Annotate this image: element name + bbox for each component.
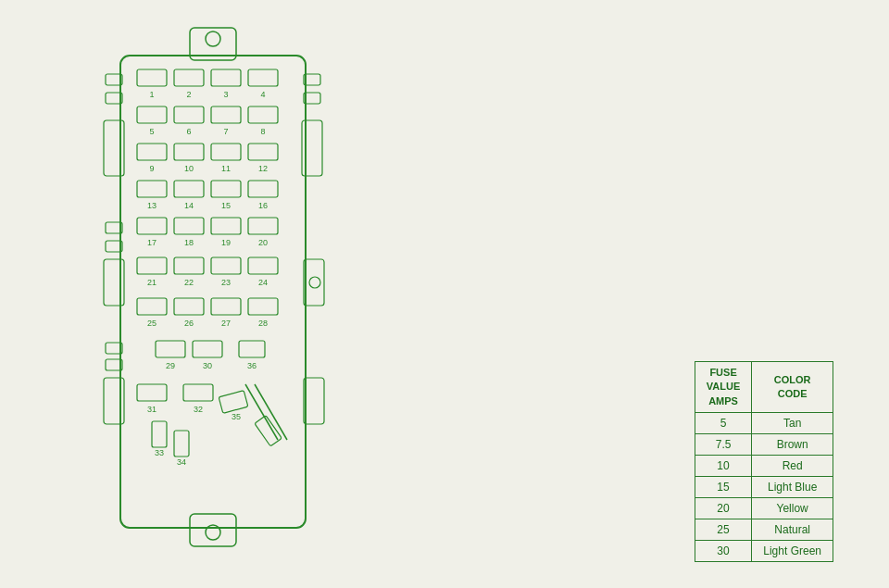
svg-rect-23 <box>248 69 278 86</box>
svg-text:18: 18 <box>184 238 194 247</box>
svg-text:27: 27 <box>221 319 231 328</box>
svg-point-18 <box>309 277 320 288</box>
fuse-diagram: 1 2 3 4 5 6 7 8 9 10 11 <box>74 9 370 574</box>
svg-text:33: 33 <box>155 448 164 457</box>
legend-row: 15Light Blue <box>695 477 833 498</box>
svg-rect-70 <box>211 298 241 315</box>
svg-text:17: 17 <box>147 238 157 247</box>
legend-row: 5Tan <box>695 413 833 434</box>
svg-rect-39 <box>248 144 278 160</box>
svg-rect-71 <box>248 298 278 315</box>
svg-rect-54 <box>211 218 241 234</box>
svg-rect-68 <box>137 298 167 315</box>
legend-row: 7.5Brown <box>695 434 833 456</box>
color-code-header: COLORCODE <box>752 362 833 413</box>
svg-text:28: 28 <box>258 319 268 328</box>
svg-text:34: 34 <box>177 457 186 467</box>
legend-table: FUSEVALUEAMPS COLORCODE 5Tan7.5Brown10Re… <box>695 361 833 562</box>
svg-rect-77 <box>193 341 222 357</box>
fuse-amps-value: 15 <box>695 477 751 498</box>
svg-rect-82 <box>137 384 167 401</box>
fuse-amps-value: 10 <box>695 456 751 477</box>
svg-rect-52 <box>137 218 167 234</box>
svg-rect-63 <box>248 257 278 274</box>
svg-rect-30 <box>211 106 241 123</box>
fuse-amps-value: 5 <box>695 413 751 434</box>
fuse-value-header: FUSEVALUEAMPS <box>695 362 751 413</box>
svg-rect-17 <box>304 259 324 306</box>
svg-rect-76 <box>156 341 185 357</box>
svg-text:11: 11 <box>221 164 231 173</box>
svg-line-92 <box>245 384 278 440</box>
svg-rect-89 <box>174 431 189 457</box>
svg-text:35: 35 <box>232 412 241 421</box>
svg-rect-46 <box>211 181 241 197</box>
svg-text:32: 32 <box>194 405 203 414</box>
svg-text:26: 26 <box>184 319 194 328</box>
svg-text:10: 10 <box>184 164 194 173</box>
fuse-color-value: Natural <box>752 519 833 541</box>
legend-row: 20Yellow <box>695 498 833 519</box>
main-container: 1 2 3 4 5 6 7 8 9 10 11 <box>0 0 889 588</box>
svg-text:14: 14 <box>184 201 194 210</box>
fuse-amps-value: 20 <box>695 498 751 519</box>
svg-rect-80 <box>239 341 265 357</box>
svg-text:21: 21 <box>147 278 157 287</box>
svg-text:19: 19 <box>221 238 231 247</box>
svg-rect-21 <box>174 69 204 86</box>
fuse-amps-value: 30 <box>695 541 751 562</box>
svg-text:7: 7 <box>223 127 228 136</box>
svg-text:15: 15 <box>221 201 231 210</box>
svg-text:31: 31 <box>147 405 157 414</box>
fuse-color-value: Light Green <box>752 541 833 562</box>
svg-rect-62 <box>211 257 241 274</box>
fuse-color-value: Tan <box>752 413 833 434</box>
svg-rect-28 <box>137 106 167 123</box>
svg-rect-37 <box>174 144 204 160</box>
svg-text:22: 22 <box>184 278 194 287</box>
svg-text:16: 16 <box>258 201 268 210</box>
svg-rect-0 <box>120 56 306 528</box>
svg-text:6: 6 <box>186 127 191 136</box>
svg-rect-53 <box>174 218 204 234</box>
svg-rect-19 <box>304 378 324 424</box>
svg-text:1: 1 <box>149 90 154 99</box>
svg-rect-3 <box>190 514 236 546</box>
svg-rect-45 <box>174 181 204 197</box>
fuse-color-value: Yellow <box>752 498 833 519</box>
fuse-color-value: Brown <box>752 434 833 456</box>
svg-text:13: 13 <box>147 201 157 210</box>
svg-rect-29 <box>174 106 204 123</box>
svg-rect-83 <box>183 384 213 401</box>
svg-rect-60 <box>137 257 167 274</box>
svg-rect-88 <box>152 421 167 447</box>
svg-rect-86 <box>219 391 248 414</box>
svg-text:2: 2 <box>186 90 191 99</box>
svg-text:5: 5 <box>149 127 154 136</box>
svg-rect-36 <box>137 144 167 160</box>
svg-text:8: 8 <box>260 127 265 136</box>
svg-text:25: 25 <box>147 319 157 328</box>
fuse-amps-value: 7.5 <box>695 434 751 456</box>
svg-text:9: 9 <box>149 164 154 173</box>
svg-text:23: 23 <box>221 278 231 287</box>
svg-text:12: 12 <box>258 164 268 173</box>
svg-point-2 <box>206 31 220 46</box>
svg-text:29: 29 <box>166 361 175 370</box>
svg-rect-44 <box>137 181 167 197</box>
svg-rect-22 <box>211 69 241 86</box>
svg-rect-61 <box>174 257 204 274</box>
legend-row: 30Light Green <box>695 541 833 562</box>
svg-text:4: 4 <box>260 90 265 99</box>
svg-rect-31 <box>248 106 278 123</box>
svg-text:24: 24 <box>258 278 268 287</box>
svg-rect-69 <box>174 298 204 315</box>
svg-text:20: 20 <box>258 238 268 247</box>
legend-row: 10Red <box>695 456 833 477</box>
svg-rect-55 <box>248 218 278 234</box>
fuse-color-value: Light Blue <box>752 477 833 498</box>
svg-text:30: 30 <box>203 361 212 370</box>
svg-rect-20 <box>137 69 167 86</box>
svg-rect-94 <box>255 416 282 446</box>
legend-row: 25Natural <box>695 519 833 541</box>
